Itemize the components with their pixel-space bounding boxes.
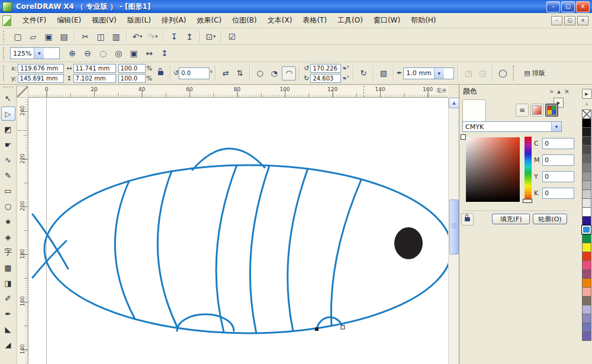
zoom-selected-button[interactable]: ◌ [96,47,110,60]
open-button[interactable]: ▱ [26,30,40,43]
fish-tail[interactable] [33,214,68,269]
menu-item-6[interactable]: 位图(B) [227,14,262,27]
fish-drawing[interactable] [28,98,448,364]
ruler-origin-box[interactable] [17,86,28,98]
menu-item-11[interactable]: 帮助(H) [406,14,441,27]
menu-item-10[interactable]: 窗口(W) [368,14,406,27]
menu-item-4[interactable]: 排列(A) [156,14,192,27]
layout-button[interactable]: ▤ 排版 [520,67,548,80]
color-swatch[interactable] [582,163,591,172]
smart-drawing-tool[interactable]: ✎ [1,168,15,182]
fill-tool[interactable]: ◣ [1,322,15,336]
arc-button[interactable]: ◠ [282,66,296,80]
color-swatch[interactable] [582,243,591,252]
dropdown-icon[interactable]: ▾ [155,34,157,39]
mirror-horizontal-button[interactable]: ⇄ [219,67,232,80]
arc-start-angle-field[interactable]: 170.226 [310,64,341,73]
combo-dropdown-icon[interactable]: ▾ [551,122,561,131]
outline-pen-tool[interactable]: ✒ [1,307,15,321]
scrollbar-thumb[interactable] [449,199,459,255]
toolbox-grip[interactable] [3,86,12,88]
export-button[interactable]: ↥ [182,30,197,43]
color-selection-marker[interactable] [461,134,466,140]
print-button[interactable]: ▤ [57,30,71,43]
color-sliders-button[interactable]: ≡ [516,104,529,117]
fish-eye[interactable] [394,227,423,259]
color-swatch[interactable] [582,118,591,128]
fish-stripe[interactable] [331,180,361,326]
color-swatch[interactable] [582,189,591,199]
zoom-page-height-button[interactable]: ↕ [157,47,172,60]
docker-close-button[interactable]: × [564,88,570,95]
ellipse-button[interactable]: ○ [253,67,266,80]
channel-value-field[interactable]: 0 [542,188,574,199]
spinner[interactable]: ▾▴ [342,66,345,70]
new-button[interactable]: ▢ [11,30,25,43]
x-position-field[interactable]: 119.676 mm [18,64,64,73]
scroll-up-button[interactable]: ▲ [449,98,459,108]
scale-horizontal-field[interactable]: 100.0 [118,64,146,73]
freehand-tool[interactable]: ∿ [1,153,15,167]
color-field[interactable] [466,137,520,202]
curve-node[interactable] [341,326,345,329]
close-button[interactable]: × [576,1,590,12]
color-swatch[interactable] [582,145,591,154]
minimize-button[interactable]: – [546,1,560,12]
fish-stripe[interactable] [157,171,178,328]
table-tool[interactable]: ▦ [1,260,15,275]
mdi-restore-button[interactable]: ◱ [564,16,575,25]
color-swatch[interactable] [581,225,591,234]
color-palettes-button[interactable] [545,104,558,117]
fish-stripe[interactable] [288,169,308,331]
color-swatch[interactable] [582,314,591,323]
fish-stripe[interactable] [216,165,237,332]
object-width-field[interactable]: 11.741 mm [73,64,116,73]
paste-button[interactable]: ▥ [109,30,123,43]
crop-tool[interactable]: ◩ [1,122,15,136]
fill-button[interactable]: 填充(F) [492,214,530,224]
horizontal-ruler[interactable]: 毫米 020406080100120140160 [28,86,448,98]
vertical-scrollbar[interactable]: ▲ [448,98,458,364]
zoom-page-button[interactable]: ▣ [127,47,141,60]
menu-item-1[interactable]: 编辑(E) [52,14,86,27]
fish-tail[interactable] [33,241,66,278]
combo-dropdown-icon[interactable]: ▾ [34,48,44,59]
docker-chevron-button[interactable]: » [550,88,554,95]
to-front-button[interactable]: ◳ [462,67,475,80]
polygon-tool[interactable]: ★ [1,214,15,228]
arc-direction-button[interactable]: ↻ [357,67,370,80]
document-icon[interactable] [2,15,11,26]
cut-button[interactable]: ✂ [78,30,92,43]
redo-button[interactable]: ↷▾ [146,30,160,43]
rotation-angle-field[interactable]: 0.0 [179,67,210,79]
pick-tool[interactable]: ↖ [1,91,15,105]
y-position-field[interactable]: 145.691 mm [18,74,64,83]
property-bar-grip[interactable] [3,66,7,81]
wrap-text-button[interactable]: ▧ [377,67,390,80]
menu-item-2[interactable]: 视图(V) [86,14,122,27]
mdi-minimize-button[interactable]: – [551,16,562,25]
zoom-page-width-button[interactable]: ↔ [142,47,156,60]
fish-stripe[interactable] [250,166,269,333]
combo-dropdown-icon[interactable]: ▾ [434,68,444,79]
scale-lock-button[interactable] [154,67,167,80]
shape-tool[interactable]: ▷ [1,107,15,121]
zoom-out-button[interactable]: ⊖ [81,47,95,60]
mdi-close-button[interactable]: × [577,16,588,25]
text-tool[interactable]: 字 [1,245,15,259]
arc-end-angle-field[interactable]: 24.603 [310,74,341,83]
color-swatch[interactable] [582,127,591,137]
options-button[interactable]: ☑ [225,30,239,43]
eyedropper-tool[interactable]: ✐ [1,291,15,305]
palette-grip[interactable]: ⋯ [581,85,592,88]
channel-value-field[interactable]: 0 [542,154,574,166]
pan-tool[interactable]: ☛ [1,137,15,152]
menu-item-9[interactable]: 工具(O) [332,14,368,27]
mirror-vertical-button[interactable]: ⇅ [233,67,246,80]
hue-strip[interactable] [525,137,532,202]
color-swatch[interactable] [582,172,591,181]
color-swatch[interactable] [582,198,591,208]
menu-item-0[interactable]: 文件(F) [17,14,52,27]
color-swatch[interactable] [582,234,591,243]
channel-value-field[interactable]: 0 [542,138,574,149]
